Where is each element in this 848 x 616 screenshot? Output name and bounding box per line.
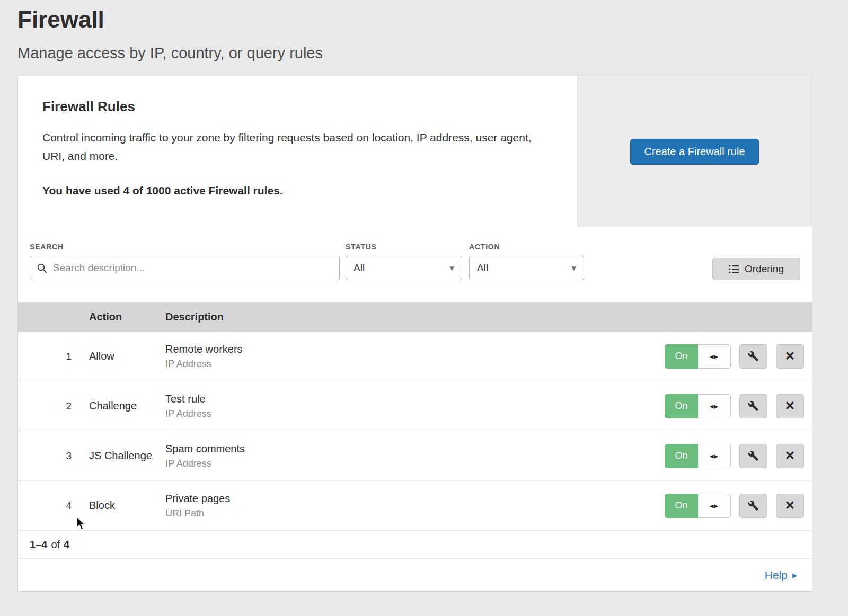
edit-rule-button[interactable] [739, 394, 767, 418]
pagination: 1–4 of 4 [18, 531, 812, 559]
search-label: SEARCH [30, 243, 340, 251]
card-title: Firewall Rules [42, 99, 552, 115]
card-intro: Firewall Rules Control incoming traffic … [18, 76, 577, 227]
delete-rule-button[interactable]: ✕ [776, 444, 804, 468]
search-icon [37, 263, 47, 273]
rule-enable-toggle[interactable]: On ◂▸ [665, 444, 731, 468]
rule-action: JS Challenge [72, 450, 165, 462]
wrench-icon [748, 351, 759, 362]
close-icon: ✕ [785, 350, 795, 362]
rule-description-title: Spam comments [165, 443, 665, 455]
action-filter: ACTION All ▾ [469, 243, 584, 280]
page-title: Firewall [0, 0, 848, 33]
action-label: ACTION [469, 243, 584, 251]
delete-rule-button[interactable]: ✕ [776, 494, 804, 518]
wrench-icon [748, 400, 759, 412]
table-row: 1 Allow Remote workers IP Address On ◂▸ … [18, 332, 812, 381]
help-arrow-icon: ▸ [792, 569, 797, 581]
status-select[interactable]: All ▾ [346, 256, 462, 280]
status-selected-value: All [354, 262, 365, 274]
toggle-arrows-icon: ◂▸ [698, 394, 731, 418]
wrench-icon [748, 500, 759, 511]
help-link[interactable]: Help ▸ [765, 569, 797, 582]
edit-rule-button[interactable] [739, 494, 767, 518]
chevron-down-icon: ▾ [449, 263, 454, 274]
rule-number: 4 [18, 500, 72, 512]
rule-number: 1 [18, 351, 72, 362]
toggle-arrows-icon: ◂▸ [698, 344, 731, 369]
toggle-arrows-icon: ◂▸ [698, 494, 731, 518]
help-link-label: Help [765, 569, 788, 582]
search-input[interactable] [52, 262, 333, 274]
pagination-of-label: of [51, 539, 60, 551]
close-icon: ✕ [785, 450, 795, 462]
description-column-header: Description [165, 311, 812, 323]
card-top-section: Firewall Rules Control incoming traffic … [18, 76, 812, 227]
status-label: STATUS [346, 243, 462, 251]
rule-action: Allow [72, 350, 165, 362]
search-box [30, 256, 340, 280]
page-subtitle: Manage access by IP, country, or query r… [17, 44, 848, 62]
rule-controls: On ◂▸ ✕ [665, 494, 804, 518]
action-select[interactable]: All ▾ [469, 256, 584, 280]
pagination-range: 1–4 [30, 539, 47, 551]
action-column-header: Action [72, 311, 165, 323]
close-icon: ✕ [785, 400, 795, 412]
toggle-on-label: On [665, 444, 698, 468]
rule-description: Private pages URI Path [165, 493, 665, 519]
rule-description-title: Remote workers [165, 343, 665, 355]
search-filter: SEARCH [30, 243, 340, 280]
card-footer: Help ▸ [18, 559, 812, 592]
create-rule-panel: Create a Firewall rule [577, 76, 812, 227]
rule-action: Block [72, 499, 165, 512]
table-row: 4 Block Private pages URI Path On ◂▸ ✕ [18, 481, 812, 531]
rule-action: Challenge [72, 400, 165, 412]
chevron-down-icon: ▾ [571, 263, 576, 274]
rule-controls: On ◂▸ ✕ [665, 444, 804, 468]
delete-rule-button[interactable]: ✕ [776, 394, 804, 418]
table-row: 3 JS Challenge Spam comments IP Address … [18, 431, 812, 481]
edit-rule-button[interactable] [739, 444, 767, 468]
rule-enable-toggle[interactable]: On ◂▸ [665, 344, 731, 369]
rule-description: Spam comments IP Address [165, 443, 665, 469]
status-filter: STATUS All ▾ [346, 243, 462, 280]
ordering-list-icon [729, 264, 739, 274]
firewall-rules-card: Firewall Rules Control incoming traffic … [17, 76, 812, 592]
delete-rule-button[interactable]: ✕ [776, 344, 804, 369]
pagination-total: 4 [64, 539, 69, 551]
card-description: Control incoming traffic to your zone by… [42, 129, 546, 165]
rule-controls: On ◂▸ ✕ [665, 394, 804, 418]
rule-match-type: IP Address [165, 408, 665, 419]
toggle-arrows-icon: ◂▸ [698, 444, 731, 468]
toggle-on-label: On [665, 344, 698, 369]
rule-match-type: URI Path [165, 508, 665, 519]
rule-description-title: Private pages [165, 493, 665, 505]
action-selected-value: All [477, 262, 488, 274]
rule-description-title: Test rule [165, 393, 665, 405]
close-icon: ✕ [785, 499, 795, 512]
rule-controls: On ◂▸ ✕ [665, 344, 804, 369]
toggle-on-label: On [665, 494, 698, 518]
rule-description: Remote workers IP Address [165, 343, 665, 370]
rule-description: Test rule IP Address [165, 393, 665, 419]
rule-match-type: IP Address [165, 359, 665, 370]
table-header: Action Description [18, 302, 812, 332]
toggle-on-label: On [665, 394, 698, 418]
rule-number: 3 [18, 450, 72, 462]
rule-number: 2 [18, 400, 72, 412]
rule-enable-toggle[interactable]: On ◂▸ [665, 394, 731, 418]
create-firewall-rule-button[interactable]: Create a Firewall rule [630, 139, 758, 165]
filters-bar: SEARCH STATUS All ▾ ACTION All ▾ [18, 227, 812, 302]
rule-enable-toggle[interactable]: On ◂▸ [665, 494, 731, 518]
usage-text: You have used 4 of 1000 active Firewall … [42, 184, 552, 197]
ordering-button[interactable]: Ordering [712, 258, 800, 280]
table-row: 2 Challenge Test rule IP Address On ◂▸ ✕ [18, 381, 812, 431]
edit-rule-button[interactable] [739, 344, 767, 369]
rule-match-type: IP Address [165, 458, 665, 469]
wrench-icon [748, 450, 759, 461]
ordering-button-label: Ordering [745, 263, 784, 275]
